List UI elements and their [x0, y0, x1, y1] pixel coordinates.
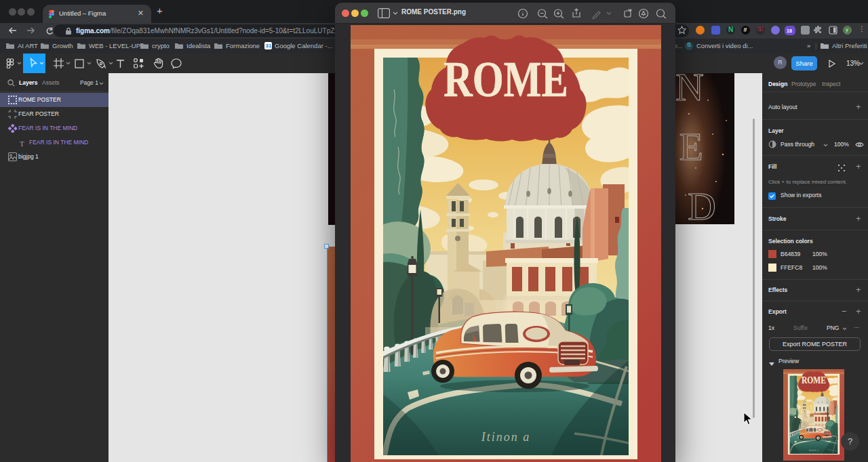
svg-text:E: E [679, 125, 703, 169]
svg-text:D: D [688, 184, 716, 224]
svg-text:N: N [675, 73, 704, 109]
